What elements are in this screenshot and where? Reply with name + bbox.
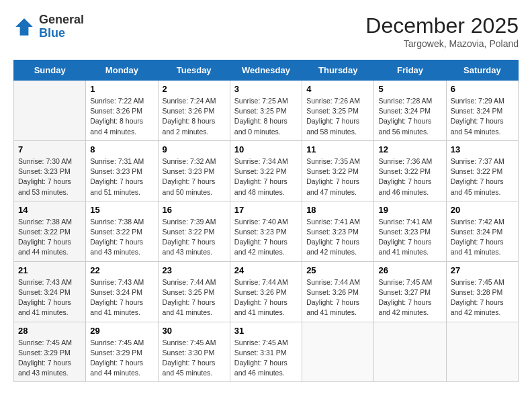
day-number: 15 — [90, 205, 153, 215]
calendar-table: SundayMondayTuesdayWednesdayThursdayFrid… — [13, 60, 519, 382]
day-cell: 4Sunrise: 7:26 AMSunset: 3:25 PMDaylight… — [302, 81, 374, 141]
logo-text: General Blue — [39, 13, 84, 40]
day-info: Sunrise: 7:25 AMSunset: 3:25 PMDaylight:… — [234, 96, 298, 137]
day-number: 18 — [306, 205, 369, 215]
day-info: Sunrise: 7:45 AMSunset: 3:28 PMDaylight:… — [451, 277, 514, 318]
day-cell: 11Sunrise: 7:35 AMSunset: 3:22 PMDayligh… — [302, 140, 374, 201]
day-cell: 19Sunrise: 7:41 AMSunset: 3:23 PMDayligh… — [374, 201, 446, 261]
day-info: Sunrise: 7:34 AMSunset: 3:22 PMDaylight:… — [234, 156, 298, 197]
day-cell: 21Sunrise: 7:43 AMSunset: 3:24 PMDayligh… — [14, 261, 86, 322]
day-number: 30 — [163, 326, 226, 336]
day-cell: 30Sunrise: 7:45 AMSunset: 3:30 PMDayligh… — [158, 322, 230, 382]
day-cell — [446, 322, 518, 382]
day-info: Sunrise: 7:35 AMSunset: 3:22 PMDaylight:… — [306, 156, 369, 197]
location: Targowek, Mazovia, Poland — [365, 38, 519, 49]
day-cell: 1Sunrise: 7:22 AMSunset: 3:26 PMDaylight… — [86, 81, 158, 141]
day-number: 26 — [378, 265, 441, 275]
week-row-1: 1Sunrise: 7:22 AMSunset: 3:26 PMDaylight… — [14, 81, 519, 141]
day-number: 23 — [163, 265, 226, 275]
day-info: Sunrise: 7:40 AMSunset: 3:23 PMDaylight:… — [234, 217, 298, 258]
day-info: Sunrise: 7:30 AMSunset: 3:23 PMDaylight:… — [18, 156, 81, 197]
logo-icon — [13, 16, 35, 38]
header-cell-monday: Monday — [86, 60, 158, 81]
day-number: 8 — [90, 144, 153, 154]
day-cell: 9Sunrise: 7:32 AMSunset: 3:23 PMDaylight… — [158, 140, 230, 201]
day-cell: 7Sunrise: 7:30 AMSunset: 3:23 PMDaylight… — [14, 140, 86, 201]
day-number: 4 — [306, 84, 369, 94]
day-number: 6 — [451, 84, 514, 94]
day-info: Sunrise: 7:45 AMSunset: 3:30 PMDaylight:… — [163, 338, 226, 379]
day-number: 17 — [234, 205, 298, 215]
day-number: 21 — [18, 265, 81, 275]
month-title: December 2025 — [365, 13, 519, 38]
calendar-body: 1Sunrise: 7:22 AMSunset: 3:26 PMDaylight… — [14, 81, 519, 382]
day-number: 1 — [90, 84, 153, 94]
day-number: 31 — [234, 326, 298, 336]
day-info: Sunrise: 7:41 AMSunset: 3:23 PMDaylight:… — [306, 217, 369, 258]
svg-marker-0 — [15, 18, 33, 36]
day-cell: 6Sunrise: 7:29 AMSunset: 3:24 PMDaylight… — [446, 81, 518, 141]
day-number: 7 — [18, 144, 81, 154]
day-cell: 18Sunrise: 7:41 AMSunset: 3:23 PMDayligh… — [302, 201, 374, 261]
logo-general: General — [39, 13, 84, 26]
week-row-3: 14Sunrise: 7:38 AMSunset: 3:22 PMDayligh… — [14, 201, 519, 261]
week-row-4: 21Sunrise: 7:43 AMSunset: 3:24 PMDayligh… — [14, 261, 519, 322]
day-number: 16 — [163, 205, 226, 215]
day-number: 12 — [378, 144, 441, 154]
day-number: 24 — [234, 265, 298, 275]
day-cell: 15Sunrise: 7:38 AMSunset: 3:22 PMDayligh… — [86, 201, 158, 261]
header-cell-sunday: Sunday — [14, 60, 86, 81]
page-header: General Blue December 2025 Targowek, Maz… — [13, 13, 519, 49]
day-number: 2 — [163, 84, 226, 94]
header-cell-tuesday: Tuesday — [158, 60, 230, 81]
day-info: Sunrise: 7:24 AMSunset: 3:26 PMDaylight:… — [163, 96, 226, 137]
day-info: Sunrise: 7:44 AMSunset: 3:25 PMDaylight:… — [163, 277, 226, 318]
day-cell — [14, 81, 86, 141]
header-row: SundayMondayTuesdayWednesdayThursdayFrid… — [14, 60, 519, 81]
day-info: Sunrise: 7:28 AMSunset: 3:24 PMDaylight:… — [378, 96, 441, 137]
day-cell: 5Sunrise: 7:28 AMSunset: 3:24 PMDaylight… — [374, 81, 446, 141]
day-number: 13 — [451, 144, 514, 154]
day-number: 9 — [163, 144, 226, 154]
day-cell: 25Sunrise: 7:44 AMSunset: 3:26 PMDayligh… — [302, 261, 374, 322]
day-number: 20 — [451, 205, 514, 215]
day-number: 10 — [234, 144, 298, 154]
day-number: 14 — [18, 205, 81, 215]
day-info: Sunrise: 7:37 AMSunset: 3:22 PMDaylight:… — [451, 156, 514, 197]
header-cell-wednesday: Wednesday — [230, 60, 302, 81]
day-cell: 8Sunrise: 7:31 AMSunset: 3:23 PMDaylight… — [86, 140, 158, 201]
day-number: 5 — [378, 84, 441, 94]
day-info: Sunrise: 7:41 AMSunset: 3:23 PMDaylight:… — [378, 217, 441, 258]
day-number: 3 — [234, 84, 298, 94]
day-cell: 27Sunrise: 7:45 AMSunset: 3:28 PMDayligh… — [446, 261, 518, 322]
header-cell-thursday: Thursday — [302, 60, 374, 81]
day-cell: 26Sunrise: 7:45 AMSunset: 3:27 PMDayligh… — [374, 261, 446, 322]
day-info: Sunrise: 7:43 AMSunset: 3:24 PMDaylight:… — [90, 277, 153, 318]
day-info: Sunrise: 7:39 AMSunset: 3:22 PMDaylight:… — [163, 217, 226, 258]
day-cell — [302, 322, 374, 382]
day-cell: 20Sunrise: 7:42 AMSunset: 3:24 PMDayligh… — [446, 201, 518, 261]
day-info: Sunrise: 7:43 AMSunset: 3:24 PMDaylight:… — [18, 277, 81, 318]
day-cell: 28Sunrise: 7:45 AMSunset: 3:29 PMDayligh… — [14, 322, 86, 382]
day-number: 27 — [451, 265, 514, 275]
day-number: 25 — [306, 265, 369, 275]
day-cell: 22Sunrise: 7:43 AMSunset: 3:24 PMDayligh… — [86, 261, 158, 322]
header-cell-friday: Friday — [374, 60, 446, 81]
day-info: Sunrise: 7:31 AMSunset: 3:23 PMDaylight:… — [90, 156, 153, 197]
day-info: Sunrise: 7:36 AMSunset: 3:22 PMDaylight:… — [378, 156, 441, 197]
logo-blue: Blue — [39, 26, 65, 40]
week-row-2: 7Sunrise: 7:30 AMSunset: 3:23 PMDaylight… — [14, 140, 519, 201]
day-number: 22 — [90, 265, 153, 275]
day-cell: 12Sunrise: 7:36 AMSunset: 3:22 PMDayligh… — [374, 140, 446, 201]
day-cell: 14Sunrise: 7:38 AMSunset: 3:22 PMDayligh… — [14, 201, 86, 261]
day-cell: 17Sunrise: 7:40 AMSunset: 3:23 PMDayligh… — [230, 201, 302, 261]
calendar-header: SundayMondayTuesdayWednesdayThursdayFrid… — [14, 60, 519, 81]
day-info: Sunrise: 7:38 AMSunset: 3:22 PMDaylight:… — [90, 217, 153, 258]
day-cell: 2Sunrise: 7:24 AMSunset: 3:26 PMDaylight… — [158, 81, 230, 141]
day-info: Sunrise: 7:45 AMSunset: 3:27 PMDaylight:… — [378, 277, 441, 318]
day-info: Sunrise: 7:45 AMSunset: 3:31 PMDaylight:… — [234, 338, 298, 379]
day-info: Sunrise: 7:29 AMSunset: 3:24 PMDaylight:… — [451, 96, 514, 137]
day-cell: 10Sunrise: 7:34 AMSunset: 3:22 PMDayligh… — [230, 140, 302, 201]
day-number: 28 — [18, 326, 81, 336]
day-info: Sunrise: 7:45 AMSunset: 3:29 PMDaylight:… — [90, 338, 153, 379]
